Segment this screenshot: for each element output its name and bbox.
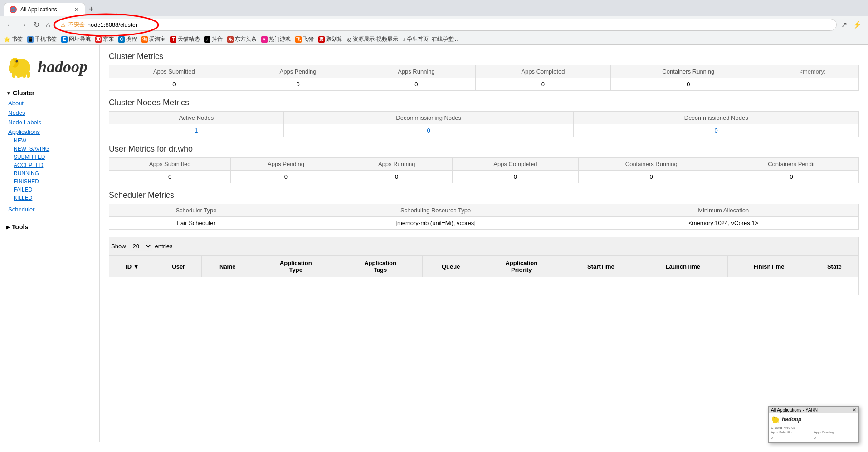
bookmark-item-jd[interactable]: JD 京东	[95, 35, 114, 43]
scheduler-metrics-title: Scheduler Metrics	[109, 191, 859, 200]
sidebar-item-finished[interactable]: FINISHED	[5, 177, 95, 186]
bookmark-ctrip-icon: C	[118, 36, 125, 43]
apps-col-starttime[interactable]: StartTime	[564, 256, 638, 277]
cluster-col-pending: Apps Pending	[239, 65, 357, 78]
user-val-running: 0	[341, 171, 452, 183]
sidebar-tools-toggle[interactable]: ▶ Tools	[5, 221, 95, 232]
bookmark-item-juhua[interactable]: 聚 聚划算	[318, 35, 342, 43]
bookmark-star-icon: ⭐	[4, 36, 10, 43]
bookmark-item-shujian[interactable]: ⭐ 书签	[4, 35, 23, 43]
bookmark-label: 东方头条	[235, 35, 257, 43]
bookmark-item-feizhu[interactable]: 飞 飞猪	[295, 35, 314, 43]
sidebar-item-node-labels[interactable]: Node Labels	[5, 118, 95, 127]
decommissioned-nodes-link[interactable]: 0	[715, 127, 718, 134]
address-bar-wrap: ⚠ 不安全	[55, 19, 837, 31]
extension-button[interactable]: ⚡	[851, 19, 863, 31]
cluster-col-running: Apps Running	[357, 65, 476, 78]
bookmark-item-student[interactable]: ♪ 学生首页_在线学堂...	[403, 35, 458, 43]
cluster-col-submitted: Apps Submitted	[109, 65, 239, 78]
reload-button[interactable]: ↻	[32, 19, 41, 31]
apps-col-user[interactable]: User	[156, 256, 201, 277]
active-nodes-link[interactable]: 1	[195, 127, 198, 134]
sched-val-resource-type: [memory-mb (unit=Mi), vcores]	[283, 217, 588, 230]
bookmark-label: 抖音	[212, 35, 223, 43]
applications-table-body	[109, 277, 859, 295]
nodes-col-active: Active Nodes	[109, 112, 284, 124]
sidebar-item-accepted[interactable]: ACCEPTED	[5, 161, 95, 169]
thumbnail-title: All Applications - YARN	[771, 408, 818, 413]
apps-col-type[interactable]: ApplicationType	[254, 256, 338, 277]
apps-col-state[interactable]: State	[810, 256, 858, 277]
sidebar-item-nodes[interactable]: Nodes	[5, 108, 95, 118]
sidebar-item-new[interactable]: NEW	[5, 137, 95, 145]
bookmark-label: 爱淘宝	[149, 35, 166, 43]
sidebar-item-applications[interactable]: Applications	[5, 127, 95, 137]
cluster-nodes-table: Active Nodes Decommissioning Nodes Decom…	[109, 111, 859, 137]
nodes-val-decommissioned[interactable]: 0	[574, 124, 859, 137]
sidebar-item-about[interactable]: About	[5, 98, 95, 108]
nodes-val-active[interactable]: 1	[109, 124, 284, 137]
apps-col-name[interactable]: Name	[201, 256, 254, 277]
bookmark-item-taobao[interactable]: 淘 爱淘宝	[141, 35, 166, 43]
sidebar-item-submitted[interactable]: SUBMITTED	[5, 153, 95, 161]
thumbnail-overlay[interactable]: All Applications - YARN ✕ hadoop Cluster…	[768, 406, 859, 442]
bookmark-label: 书签	[12, 35, 23, 43]
browser-chrome: 🌐 All Applications ✕ + ← → ↻ ⌂ ⚠ 不安全 ↗ ⚡…	[0, 0, 868, 45]
address-input[interactable]	[88, 21, 831, 28]
sched-val-min-allocation: <memory:1024, vCores:1>	[588, 217, 859, 230]
sidebar: hadoop ▼ Cluster About Nodes Node Labels…	[0, 45, 100, 442]
forward-button[interactable]: →	[18, 19, 29, 31]
user-col-running: Apps Running	[341, 158, 452, 171]
user-val-containers-pending: 0	[724, 171, 859, 183]
bookmark-label: 网址导航	[69, 35, 91, 43]
apps-col-id[interactable]: ID ▼	[109, 256, 156, 277]
thumbnail-close-icon[interactable]: ✕	[853, 408, 856, 413]
sidebar-cluster-toggle[interactable]: ▼ Cluster	[5, 88, 95, 98]
bookmark-item-toutiao[interactable]: 东 东方头条	[227, 35, 257, 43]
sidebar-cluster-section: ▼ Cluster About Nodes Node Labels Applic…	[0, 86, 99, 216]
apps-col-priority[interactable]: ApplicationPriority	[479, 256, 564, 277]
sidebar-item-new-saving[interactable]: NEW_SAVING	[5, 145, 95, 153]
user-val-pending: 0	[231, 171, 341, 183]
svg-rect-14	[774, 421, 775, 423]
thumbnail-content: hadoop Cluster Metrics Apps SubmittedApp…	[769, 413, 858, 442]
applications-table: ID ▼ User Name ApplicationType Applicati…	[109, 255, 859, 295]
tab-bar: 🌐 All Applications ✕ +	[0, 0, 868, 16]
share-button[interactable]: ↗	[839, 19, 849, 31]
bookmark-item-douyin[interactable]: ♪ 抖音	[204, 35, 223, 43]
apps-col-queue[interactable]: Queue	[423, 256, 479, 277]
sidebar-item-running[interactable]: RUNNING	[5, 169, 95, 177]
home-button[interactable]: ⌂	[44, 19, 52, 31]
bookmark-student-icon: ♪	[403, 36, 405, 43]
apps-col-finishtime[interactable]: FinishTime	[728, 256, 810, 277]
bookmark-label: 热门游戏	[269, 35, 291, 43]
bookmark-item-tmall[interactable]: T 天猫精选	[170, 35, 200, 43]
nodes-val-decommissioning[interactable]: 0	[283, 124, 573, 137]
show-entries-bar: Show 10 20 25 50 100 entries	[109, 237, 859, 255]
active-tab[interactable]: 🌐 All Applications ✕	[4, 3, 85, 16]
bookmark-item-ctrip[interactable]: C 携程	[118, 35, 137, 43]
bookmark-item-mobile[interactable]: 📱 手机书签	[27, 35, 57, 43]
apps-col-launchtime[interactable]: LaunchTime	[638, 256, 728, 277]
apps-col-tags[interactable]: ApplicationTags	[338, 256, 422, 277]
bookmark-label: 手机书签	[35, 35, 57, 43]
tab-close-button[interactable]: ✕	[74, 6, 79, 13]
security-label: 不安全	[68, 21, 85, 29]
decommissioning-nodes-link[interactable]: 0	[427, 127, 430, 134]
bookmark-item-video[interactable]: ◎ 资源展示-视频展示	[347, 35, 398, 43]
cluster-val-running: 0	[357, 78, 476, 91]
user-col-containers-running: Containers Running	[579, 158, 724, 171]
user-col-submitted: Apps Submitted	[109, 158, 231, 171]
sort-arrow-id: ▼	[133, 263, 139, 270]
tab-favicon: 🌐	[10, 6, 17, 13]
bookmark-item-games[interactable]: ♥ 热门游戏	[261, 35, 291, 43]
cluster-col-completed: Apps Completed	[476, 65, 610, 78]
new-tab-button[interactable]: +	[85, 3, 98, 16]
sidebar-item-killed[interactable]: KILLED	[5, 194, 95, 202]
back-button[interactable]: ←	[5, 19, 15, 31]
bookmark-item-nav[interactable]: E 网址导航	[61, 35, 91, 43]
entries-select[interactable]: 10 20 25 50 100	[129, 241, 152, 251]
sidebar-item-failed[interactable]: FAILED	[5, 186, 95, 194]
entries-label: entries	[155, 243, 173, 250]
sidebar-item-scheduler[interactable]: Scheduler	[5, 205, 95, 214]
